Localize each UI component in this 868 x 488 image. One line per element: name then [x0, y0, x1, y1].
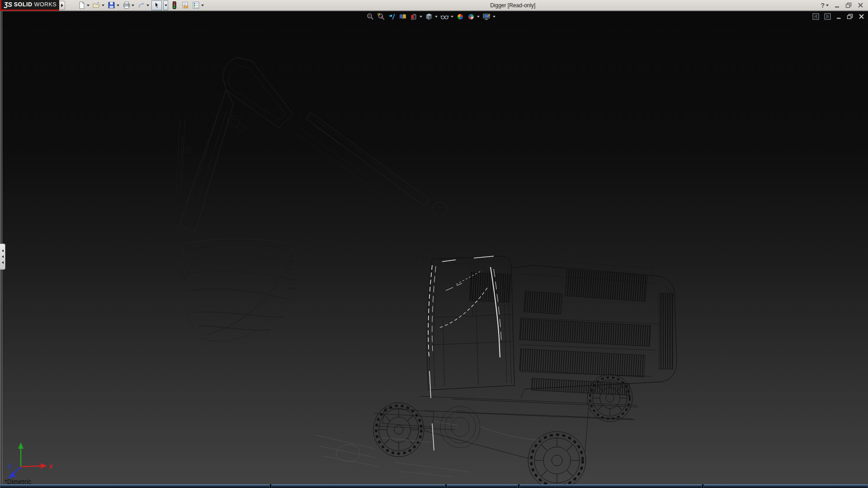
- logo-text-works: WORKS: [34, 1, 57, 8]
- flyout-arrow-icon: [61, 4, 63, 7]
- open-document-button[interactable]: [92, 0, 105, 10]
- graphics-viewport[interactable]: X Z *Dimetric: [0, 11, 868, 484]
- select-cursor-icon: [153, 1, 160, 9]
- undo-dropdown-arrow[interactable]: [146, 5, 149, 6]
- x-axis-arrow: [21, 466, 42, 467]
- new-document-icon: [78, 1, 85, 9]
- z-axis-label: Z: [8, 464, 12, 470]
- chassis-group: [374, 396, 637, 459]
- help-dropdown-arrow[interactable]: [826, 5, 829, 6]
- options-dropdown-arrow[interactable]: [201, 5, 204, 6]
- print-button[interactable]: [122, 0, 135, 10]
- select-tool-button[interactable]: [151, 0, 162, 10]
- new-dropdown-arrow[interactable]: [87, 5, 90, 6]
- title-bar: ƷSSOLIDWORKS: [0, 0, 868, 11]
- file-properties-icon: [181, 1, 189, 9]
- restore-button[interactable]: [845, 2, 852, 8]
- ghost-lines-group: [316, 422, 542, 477]
- engine-body-group: [452, 262, 677, 420]
- save-dropdown-arrow[interactable]: [117, 5, 119, 6]
- view-orientation-label: *Dimetric: [5, 478, 31, 484]
- print-dropdown-arrow[interactable]: [132, 5, 134, 6]
- logo-text-solid: SOLID: [14, 1, 33, 8]
- traffic-light-icon: [170, 1, 178, 9]
- bucket-group: [169, 225, 297, 341]
- save-button[interactable]: [107, 0, 120, 10]
- x-axis-label: X: [48, 463, 53, 470]
- select-dropdown-button[interactable]: [163, 0, 168, 10]
- solidworks-logo: ƷSSOLIDWORKS: [0, 0, 59, 11]
- minimize-button[interactable]: [834, 2, 840, 8]
- help-icon: ?: [821, 2, 825, 9]
- help-button[interactable]: ?: [821, 2, 829, 9]
- taskbar-segment[interactable]: [519, 484, 702, 488]
- save-floppy-icon: [108, 1, 115, 9]
- boom-arm-group: [175, 57, 449, 263]
- standard-toolbar: [77, 0, 205, 10]
- open-folder-icon: [93, 1, 100, 9]
- document-title: Digger [Read-only]: [205, 2, 821, 9]
- menu-flyout-tab[interactable]: [60, 1, 65, 10]
- digger-wireframe-model: [0, 11, 868, 484]
- new-document-button[interactable]: [77, 0, 90, 10]
- printer-icon: [123, 1, 130, 9]
- rebuild-button[interactable]: [170, 0, 179, 10]
- close-button[interactable]: [858, 2, 863, 8]
- dassault-mark-icon: ƷS: [4, 1, 12, 8]
- taskbar-segment[interactable]: [703, 484, 868, 488]
- x-axis-arrowhead: [41, 463, 47, 469]
- options-checklist-icon: [192, 1, 200, 9]
- undo-arrow-icon: [137, 1, 145, 9]
- undo-button[interactable]: [137, 0, 150, 10]
- taskbar-segment[interactable]: [447, 484, 518, 488]
- file-properties-button[interactable]: [180, 0, 190, 10]
- taskbar-segment[interactable]: [271, 484, 445, 488]
- window-controls: ?: [821, 2, 863, 9]
- options-button[interactable]: [191, 0, 205, 10]
- taskbar-segment[interactable]: [0, 484, 270, 488]
- open-dropdown-arrow[interactable]: [102, 5, 104, 6]
- select-dropdown-arrow: [165, 5, 167, 6]
- y-axis-arrowhead: [18, 442, 24, 449]
- taskbar-edge: [0, 484, 868, 488]
